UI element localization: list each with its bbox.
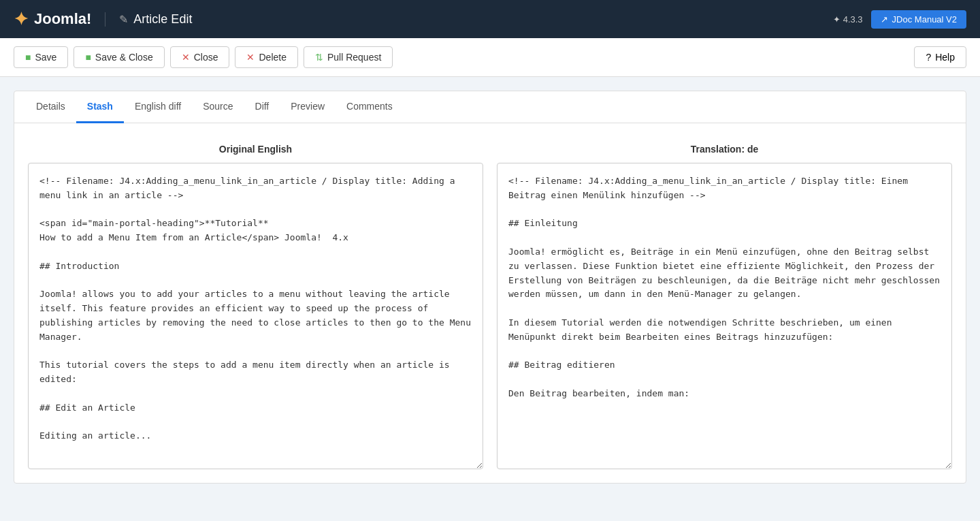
version-icon: ✦	[833, 14, 840, 25]
header: ✦ Joomla! ✎ Article Edit ✦ 4.3.3 ↗ JDoc …	[0, 0, 980, 38]
pull-request-icon: ⇅	[315, 52, 323, 63]
tabs: Details Stash English diff Source Diff P…	[14, 91, 966, 123]
toolbar: ■ Save ■ Save & Close ✕ Close ✕ Delete ⇅…	[0, 38, 980, 77]
version-text: 4.3.3	[843, 14, 863, 25]
toolbar-left: ■ Save ■ Save & Close ✕ Close ✕ Delete ⇅…	[14, 46, 393, 68]
logo: ✦ Joomla!	[14, 9, 91, 30]
save-button[interactable]: ■ Save	[14, 46, 68, 68]
save-close-button[interactable]: ■ Save & Close	[74, 46, 164, 68]
tab-english-diff[interactable]: English diff	[124, 91, 192, 123]
close-icon: ✕	[182, 52, 190, 63]
content-area: Details Stash English diff Source Diff P…	[0, 77, 980, 521]
tabs-container: Details Stash English diff Source Diff P…	[14, 91, 966, 484]
header-left: ✦ Joomla! ✎ Article Edit	[14, 9, 192, 30]
tab-source[interactable]: Source	[192, 91, 244, 123]
help-button[interactable]: ? Help	[914, 46, 966, 68]
save-close-icon: ■	[85, 52, 91, 63]
delete-button[interactable]: ✕ Delete	[235, 46, 297, 68]
pull-request-button[interactable]: ⇅ Pull Request	[304, 46, 393, 68]
tab-preview[interactable]: Preview	[280, 91, 336, 123]
tab-diff[interactable]: Diff	[244, 91, 280, 123]
delete-icon: ✕	[246, 52, 255, 63]
original-text-box[interactable]: <!-- Filename: J4.x:Adding_a_menu_link_i…	[28, 163, 483, 469]
close-button[interactable]: ✕ Close	[170, 46, 230, 68]
jdoc-icon: ↗	[881, 14, 888, 25]
original-header: Original English	[28, 144, 483, 155]
page-title-text: Article Edit	[133, 12, 192, 27]
logo-text: Joomla!	[34, 10, 91, 28]
page-title: ✎ Article Edit	[105, 12, 192, 27]
help-icon: ?	[926, 52, 931, 63]
edit-icon: ✎	[119, 13, 128, 26]
translation-column: Translation: de <!-- Filename: J4.x:Addi…	[497, 144, 952, 469]
tab-details[interactable]: Details	[25, 91, 76, 123]
translation-text-box[interactable]: <!-- Filename: J4.x:Adding_a_menu_link_i…	[497, 163, 952, 469]
tab-stash[interactable]: Stash	[76, 91, 124, 123]
version-badge: ✦ 4.3.3	[833, 14, 863, 25]
tab-comments[interactable]: Comments	[336, 91, 404, 123]
stash-content: Original English <!-- Filename: J4.x:Add…	[14, 123, 966, 483]
translation-header: Translation: de	[497, 144, 952, 155]
columns-container: Original English <!-- Filename: J4.x:Add…	[28, 144, 952, 469]
save-icon: ■	[25, 52, 31, 63]
joomla-icon: ✦	[14, 9, 29, 30]
header-right: ✦ 4.3.3 ↗ JDoc Manual V2	[833, 10, 966, 29]
original-column: Original English <!-- Filename: J4.x:Add…	[28, 144, 483, 469]
jdoc-button[interactable]: ↗ JDoc Manual V2	[871, 10, 966, 29]
